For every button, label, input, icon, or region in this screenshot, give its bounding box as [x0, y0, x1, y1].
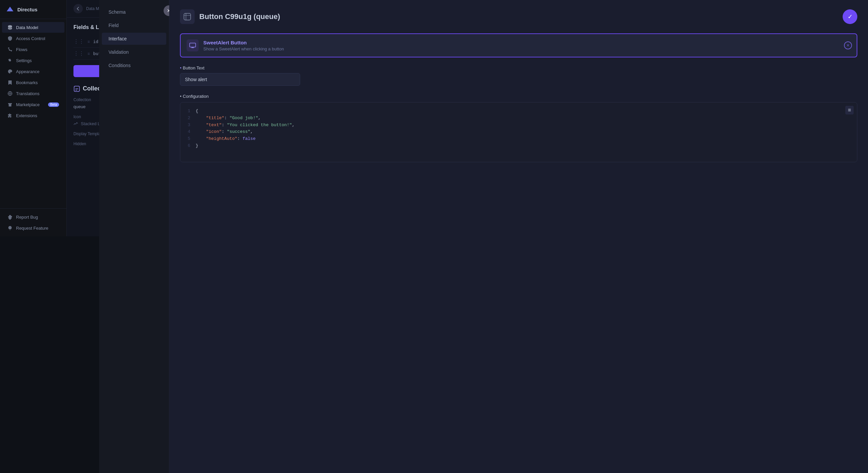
chart-icon	[73, 122, 78, 126]
tab-interface[interactable]: Interface	[102, 33, 166, 45]
sidebar-item-extensions[interactable]: Extensions	[2, 110, 64, 121]
sidebar-item-access-control[interactable]: Access Control	[2, 33, 64, 44]
panel-icon	[180, 9, 195, 24]
svg-point-1	[8, 48, 9, 49]
paint-icon	[7, 69, 13, 74]
sidebar-item-label: Bookmarks	[16, 80, 38, 85]
sweet-alert-icon	[187, 39, 199, 52]
marketplace-badge: Beta	[48, 102, 59, 107]
code-line-3: 3 "text": "You clicked the button!",	[186, 122, 434, 129]
sweet-alert-name: SweetAlert Button	[203, 40, 284, 45]
panel-header-left: Button C99u1g (queue)	[180, 9, 280, 24]
sidebar-item-settings[interactable]: Settings	[2, 55, 64, 66]
lightbulb-icon	[7, 225, 13, 231]
code-line-4: 4 "icon": "success",	[186, 128, 434, 135]
back-button[interactable]	[73, 4, 83, 13]
bookmark-icon	[7, 80, 13, 85]
config-label: • Configuration	[180, 94, 434, 99]
code-line-5: 5 "heightAuto": false	[186, 135, 434, 143]
svg-rect-5	[184, 13, 191, 20]
svg-rect-6	[190, 43, 196, 47]
right-panel: Button C99u1g (queue) ✓ SweetAlert Butto…	[169, 0, 434, 236]
tab-schema[interactable]: Schema	[102, 6, 166, 18]
field-id-name: id	[93, 39, 98, 44]
directus-logo-icon	[5, 5, 15, 14]
collection-icon	[73, 86, 80, 92]
sidebar-item-bookmarks[interactable]: Bookmarks	[2, 77, 64, 88]
gear-icon	[7, 58, 13, 63]
sidebar: Directus Data Model Access Control	[0, 0, 67, 236]
app-name: Directus	[18, 7, 37, 12]
sweet-alert-card: SweetAlert Button Show a SweetAlert when…	[180, 33, 434, 57]
tab-conditions[interactable]: Conditions	[102, 59, 166, 71]
globe-icon	[7, 91, 13, 96]
sidebar-item-request-feature[interactable]: Request Feature	[2, 223, 64, 233]
sidebar-bottom: Report Bug Request Feature	[0, 208, 66, 236]
tab-validation[interactable]: Validation	[102, 46, 166, 58]
sidebar-item-translations[interactable]: Translations	[2, 88, 64, 99]
code-line-1: 1 {	[186, 108, 434, 115]
cube-icon	[183, 12, 192, 21]
config-code-editor: ≡ 1 { 2 "title": "Good job!", 3 "text": …	[180, 102, 434, 162]
sort-icon: ⋮⋮	[73, 51, 84, 57]
sidebar-item-label: Report Bug	[16, 215, 38, 220]
code-line-2: 2 "title": "Good job!",	[186, 115, 434, 122]
puzzle-icon	[7, 113, 13, 118]
sidebar-item-label: Translations	[16, 91, 39, 96]
sort-icon: ⋮⋮	[73, 38, 84, 45]
store-icon	[7, 102, 13, 107]
sidebar-item-data-model[interactable]: Data Model	[2, 22, 64, 33]
sidebar-nav: Data Model Access Control Flows Settings	[0, 19, 66, 208]
sidebar-item-appearance[interactable]: Appearance	[2, 66, 64, 77]
sidebar-item-marketplace[interactable]: Marketplace Beta	[2, 99, 64, 110]
flow-icon	[7, 47, 13, 52]
database-icon	[7, 25, 13, 30]
sidebar-item-label: Settings	[16, 58, 32, 63]
sidebar-item-label: Data Model	[16, 25, 38, 30]
sidebar-item-label: Extensions	[16, 113, 37, 118]
shield-icon	[7, 36, 13, 41]
sweet-alert-description: Show a SweetAlert when clicking a button	[203, 46, 284, 52]
sidebar-item-flows[interactable]: Flows	[2, 44, 64, 55]
sidebar-item-label: Flows	[16, 47, 27, 52]
button-text-label: • Button Text	[180, 65, 434, 70]
sidebar-item-label: Access Control	[16, 36, 45, 41]
bug-icon	[7, 214, 13, 220]
sidebar-item-label: Appearance	[16, 69, 39, 74]
code-line-6: 6 }	[186, 143, 434, 150]
sidebar-item-label: Marketplace	[16, 102, 40, 107]
sidebar-item-label: Request Feature	[16, 226, 49, 231]
button-text-input[interactable]	[180, 73, 300, 86]
sweet-alert-text: SweetAlert Button Show a SweetAlert when…	[203, 40, 284, 52]
tab-field[interactable]: Field	[102, 19, 166, 31]
sidebar-logo[interactable]: Directus	[0, 0, 66, 19]
left-panel: ✕ Schema Field Interface Validation Cond…	[99, 0, 169, 236]
sidebar-item-report-bug[interactable]: Report Bug	[2, 212, 64, 222]
panel-title: Button C99u1g (queue)	[199, 12, 280, 21]
monitor-icon	[189, 42, 196, 49]
panel-header: Button C99u1g (queue) ✓	[180, 9, 434, 24]
